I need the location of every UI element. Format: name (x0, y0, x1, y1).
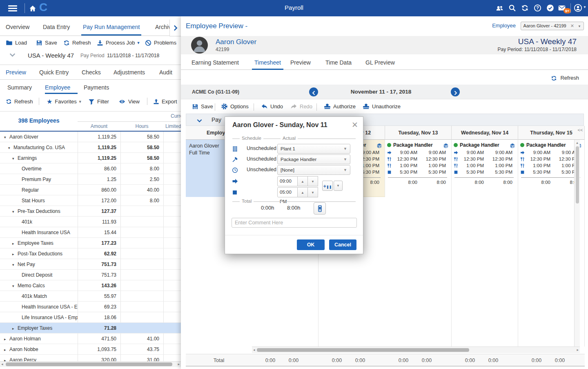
punch-row[interactable]: 12:30 PM12:30 PM (452, 156, 518, 163)
table-row[interactable]: Premium Pay1.252.50 (0, 174, 181, 185)
timesheet-save-button[interactable]: Save (192, 103, 213, 110)
time-up-button[interactable]: ▲ (298, 176, 308, 186)
check-circle-icon[interactable] (546, 4, 554, 12)
expand-icon[interactable]: ▸ (4, 334, 9, 344)
transfer-cube-icon[interactable] (376, 142, 382, 149)
save-button[interactable]: Save (36, 39, 57, 46)
tab-preview[interactable]: Preview (290, 59, 311, 66)
table-row[interactable]: ▸Employee Taxes177.23 (0, 238, 181, 248)
group-icon[interactable] (496, 4, 503, 12)
tab-employee[interactable]: Employee (45, 84, 70, 91)
punch-row[interactable]: 12:30 PM12:30 PM (385, 156, 451, 163)
table-row[interactable]: 401k111.93 (0, 217, 181, 227)
filter-button[interactable]: Filter (88, 98, 109, 105)
next-week-button[interactable] (451, 87, 460, 96)
time-up-button[interactable]: ▲ (298, 187, 308, 197)
column-hours[interactable]: Hours (120, 123, 163, 129)
table-row[interactable]: ▸Aaron Nobbe1,093.7543.75 (0, 344, 181, 355)
profile-icon[interactable]: ▼ (574, 4, 586, 12)
comment-input[interactable] (232, 218, 357, 228)
tab-data-entry[interactable]: Data Entry (43, 24, 70, 30)
table-row[interactable]: ▸Employer Taxes71.28 (0, 323, 181, 333)
table-row[interactable]: 401k Match55.97 (0, 291, 181, 302)
employee-combobox[interactable]: Aaron Glover - 42199 ✕ ▼ (521, 22, 584, 30)
tab-timesheet[interactable]: Timesheet (254, 59, 281, 66)
punch-out-time-input[interactable]: 05:00 PM (277, 187, 298, 197)
tab-time-data[interactable]: Time Data (325, 59, 352, 66)
expand-icon[interactable]: ▸ (12, 249, 18, 259)
column-amount[interactable]: Amount (78, 123, 120, 129)
tab-earning-statement[interactable]: Earning Statement (192, 59, 239, 66)
table-row[interactable]: ▾Memo Calcs143.26 (0, 280, 181, 291)
expand-icon[interactable]: ▸ (12, 238, 18, 248)
table-row[interactable]: Overtime86.008.00 (0, 163, 181, 174)
load-button[interactable]: Load (6, 39, 27, 46)
tab-adjustments[interactable]: Adjustments (114, 69, 145, 76)
clear-icon[interactable]: ✕ (570, 23, 574, 28)
undo-button[interactable]: Undo (261, 103, 283, 110)
position-select[interactable]: Package Handler▼ (277, 154, 350, 164)
punch-row[interactable]: 5:30 PM5:30 PM (385, 169, 451, 176)
table-row[interactable]: ▾Manufacturing Co. USA1,119.2558.50 (0, 142, 181, 153)
docket-select[interactable]: [None]▼ (277, 165, 350, 175)
mail-icon[interactable]: 9+ (558, 4, 566, 12)
collapse-icon[interactable]: ▾ (12, 259, 18, 270)
punch-in-time-input[interactable]: 09:00 AM (277, 176, 298, 186)
collapse-columns-button[interactable]: << (575, 127, 586, 135)
ok-button[interactable]: OK (297, 239, 325, 250)
tab-audit[interactable]: Audit (159, 69, 172, 76)
refresh-list-button[interactable]: Refresh (6, 98, 33, 105)
table-row[interactable]: ▸Post-Tax Deductions62.92 (0, 248, 181, 259)
day-column-header[interactable]: Tuesday, Nov 13 (385, 126, 452, 140)
location-select[interactable]: Plant 1▼ (277, 144, 350, 154)
tab-payments[interactable]: Payments (84, 84, 109, 91)
chevron-down-icon[interactable] (196, 117, 203, 124)
collapse-icon[interactable]: ▾ (12, 281, 18, 291)
expand-icon[interactable]: ▸ (4, 344, 9, 355)
table-row[interactable]: ▾Net Pay751.73 (0, 259, 181, 270)
table-row[interactable]: Health Insurance USA - Emp...69.23 (0, 302, 181, 312)
table-row[interactable]: Health Insurance USA15.44 (0, 227, 181, 238)
help-icon[interactable] (534, 4, 541, 12)
timesheet-refresh-button[interactable]: Refresh (551, 75, 579, 81)
refresh-button[interactable]: Refresh (63, 39, 91, 46)
left-horizontal-scrollbar[interactable]: ◂ ▸ (0, 361, 181, 367)
expand-icon[interactable]: ▸ (4, 355, 9, 361)
tab-overview[interactable]: Overview (6, 24, 29, 30)
day-cell[interactable]: Package Handler9:00 AM9:00 AM12:30 PM12:… (452, 140, 518, 347)
time-down-button[interactable]: ▼ (308, 176, 318, 186)
unauthorize-button[interactable]: Unauthorize (363, 103, 401, 110)
table-row[interactable]: ▾Earnings1,119.2558.50 (0, 153, 181, 163)
time-down-button[interactable]: ▼ (308, 187, 318, 197)
punch-row[interactable]: 1:00 PM1:00 PM (385, 163, 451, 169)
collapse-icon[interactable]: ▾ (8, 143, 13, 153)
view-button[interactable]: View (118, 98, 140, 105)
options-button[interactable]: Options (221, 103, 249, 110)
redo-button[interactable]: Redo (290, 103, 312, 110)
tab-preview[interactable]: Preview (6, 69, 26, 76)
previous-week-button[interactable] (309, 87, 318, 96)
transfer-cube-icon[interactable] (510, 142, 515, 149)
table-row[interactable]: ▸Aaron Percy320.0031.00 (0, 355, 181, 361)
column-limited[interactable]: Limited (165, 123, 181, 129)
table-row[interactable]: Stat Hours172.008.00 (0, 195, 181, 206)
table-row[interactable]: Direct Deposit751.73 (0, 270, 181, 280)
expand-panel-button[interactable] (169, 20, 181, 36)
punch-row[interactable]: 1:00 PM1:00 PM (452, 163, 518, 169)
collapse-chevron-icon[interactable] (9, 51, 16, 58)
table-row[interactable]: ▾Pre-Tax Deductions127.37 (0, 206, 181, 217)
search-icon[interactable] (508, 4, 516, 12)
table-row[interactable]: Life Insurance USA - Employ...18.06 (0, 312, 181, 323)
favorites-button[interactable]: ★Favorites▼ (47, 98, 82, 105)
close-icon[interactable]: ✕ (352, 120, 358, 130)
timesheet-vertical-scrollbar[interactable]: ▴ (574, 140, 580, 347)
collapse-icon[interactable]: ▾ (12, 153, 18, 163)
transfer-cube-icon[interactable] (443, 142, 449, 149)
add-punch-caret-button[interactable]: ▼ (334, 181, 343, 191)
export-button[interactable]: Export (153, 98, 177, 105)
tab-checks[interactable]: Checks (82, 69, 101, 76)
expand-icon[interactable]: ▸ (12, 323, 18, 333)
punch-row[interactable]: 9:00 AM9:00 AM (452, 150, 518, 156)
cancel-button[interactable]: Cancel (329, 239, 356, 250)
table-row[interactable]: ▸Aaron Holman471.5041.00 (0, 333, 181, 344)
